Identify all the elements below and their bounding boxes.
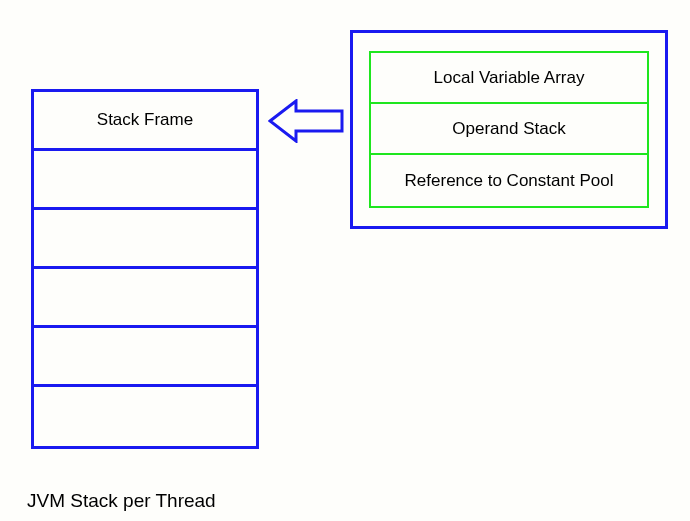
stack-empty-row	[34, 151, 256, 210]
svg-marker-0	[270, 101, 342, 141]
jvm-stack-box: Stack Frame	[31, 89, 259, 449]
local-variable-array-row: Local Variable Array	[371, 53, 647, 104]
local-variable-array-label: Local Variable Array	[434, 68, 585, 88]
stack-frame-label: Stack Frame	[97, 110, 193, 130]
constant-pool-ref-row: Reference to Constant Pool	[371, 155, 647, 206]
constant-pool-ref-label: Reference to Constant Pool	[405, 171, 614, 191]
stack-frame-detail-box: Local Variable Array Operand Stack Refer…	[350, 30, 668, 229]
stack-empty-row	[34, 210, 256, 269]
stack-empty-row	[34, 328, 256, 387]
operand-stack-label: Operand Stack	[452, 119, 565, 139]
arrow-left-icon	[268, 99, 344, 143]
frame-components-list: Local Variable Array Operand Stack Refer…	[369, 51, 649, 208]
operand-stack-row: Operand Stack	[371, 104, 647, 155]
stack-frame-row: Stack Frame	[34, 92, 256, 151]
stack-caption: JVM Stack per Thread	[27, 490, 216, 512]
stack-empty-row	[34, 387, 256, 446]
stack-empty-row	[34, 269, 256, 328]
